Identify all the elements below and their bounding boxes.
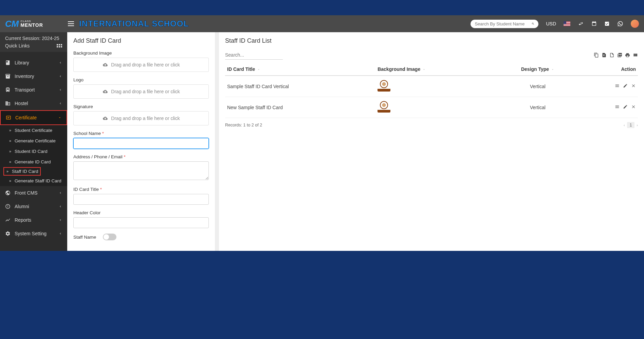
sidebar-item-transport[interactable]: Transport	[0, 83, 67, 97]
list-title: Staff ID Card List	[225, 37, 638, 44]
chevron-left-icon	[59, 61, 62, 64]
double-chevron-icon	[8, 179, 12, 183]
chevron-left-icon	[59, 232, 62, 235]
inventory-icon	[5, 74, 11, 79]
double-chevron-icon	[8, 160, 12, 164]
chevron-left-icon	[59, 205, 62, 208]
sidebar-item-front-cms[interactable]: Front CMS	[0, 186, 67, 200]
sidebar-item-library[interactable]: Library	[0, 56, 67, 69]
id-title-label: ID Card Title *	[73, 187, 209, 192]
school-name-label: School Name *	[73, 131, 209, 136]
chevron-left-icon	[59, 102, 62, 105]
chevron-left-icon	[59, 75, 62, 78]
double-chevron-icon	[6, 170, 9, 173]
swap-icon[interactable]	[578, 21, 584, 26]
user-avatar[interactable]	[631, 20, 639, 28]
chart-icon	[5, 217, 11, 223]
sidebar-item-alumni[interactable]: Alumni	[0, 200, 67, 213]
print-icon[interactable]	[625, 53, 630, 58]
svg-rect-2	[68, 25, 74, 26]
pager-page[interactable]: 1	[627, 122, 635, 128]
copy-icon[interactable]	[594, 53, 599, 58]
sidebar-item-system-setting[interactable]: System Setting	[0, 227, 67, 240]
col-title[interactable]: ID Card Title	[225, 63, 375, 76]
signature-label: Signature	[73, 104, 209, 109]
sub-generate-staff-id-card[interactable]: Generate Staff ID Card	[0, 176, 67, 186]
table-row: New Sample Staff ID Card Vertical	[225, 97, 638, 118]
header-color-label: Header Color	[73, 210, 209, 215]
pdf-icon[interactable]	[617, 53, 622, 58]
edit-icon[interactable]	[623, 83, 628, 88]
header-color-input[interactable]	[73, 217, 209, 228]
sub-student-certificate[interactable]: Student Certificate	[0, 125, 67, 136]
sidebar-item-inventory[interactable]: Inventory	[0, 69, 67, 83]
building-icon	[5, 101, 11, 106]
sub-student-id-card[interactable]: Student ID Card	[0, 146, 67, 157]
sub-generate-certificate[interactable]: Generate Certificate	[0, 136, 67, 146]
cogs-icon	[5, 231, 11, 236]
id-card-table: ID Card Title Background Image Design Ty…	[225, 63, 638, 118]
cell-design: Vertical	[495, 97, 581, 118]
chevron-down-icon	[58, 116, 61, 119]
logo-icon: CM	[5, 19, 19, 29]
menu-icon[interactable]	[615, 83, 620, 88]
cell-title: New Sample Staff ID Card	[225, 97, 375, 118]
col-design[interactable]: Design Type	[495, 63, 581, 76]
sidebar-item-reports[interactable]: Reports	[0, 213, 67, 227]
bottom-navy-bar	[0, 251, 644, 339]
col-action: Action	[581, 63, 638, 76]
double-chevron-icon	[8, 150, 12, 153]
school-name-input[interactable]	[73, 138, 209, 149]
header-bar: CM CLASS MENTOR INTERNATIONAL SCHOOL USD	[0, 15, 644, 32]
cloud-upload-icon	[102, 62, 108, 67]
bus-icon	[5, 87, 11, 93]
currency-selector[interactable]: USD	[546, 21, 556, 26]
signature-dropzone[interactable]: Drag and drop a file here or click	[73, 111, 209, 125]
delete-icon[interactable]	[631, 104, 636, 109]
sidebar-item-certificate[interactable]: Certificate	[0, 110, 67, 125]
session-text: Current Session: 2024-25	[5, 36, 62, 41]
logo-label: Logo	[73, 77, 209, 82]
cell-title: Sample Staff ID Card Vertical	[225, 76, 375, 97]
chevron-left-icon	[59, 88, 62, 92]
staff-name-label: Staff Name	[73, 235, 96, 240]
cell-bg	[375, 97, 495, 118]
logo-dropzone[interactable]: Drag and drop a file here or click	[73, 84, 209, 99]
address-input[interactable]	[73, 161, 209, 180]
school-title: INTERNATIONAL SCHOOL	[79, 19, 189, 28]
search-input[interactable]	[475, 21, 532, 26]
records-text: Records: 1 to 2 of 2	[225, 123, 262, 127]
cloud-upload-icon	[102, 116, 108, 121]
id-title-input[interactable]	[73, 194, 209, 205]
cell-bg	[375, 76, 495, 97]
chevron-left-icon	[59, 191, 62, 195]
excel-icon[interactable]	[602, 53, 607, 58]
sub-generate-id-card[interactable]: Generate ID Card	[0, 157, 67, 167]
calendar-icon[interactable]	[591, 21, 597, 26]
checkbox-icon[interactable]	[604, 21, 610, 26]
sub-staff-id-card[interactable]: Staff ID Card	[3, 167, 41, 176]
table-row: Sample Staff ID Card Vertical Vertical	[225, 76, 638, 97]
globe-icon	[5, 204, 11, 209]
hamburger-icon[interactable]	[68, 21, 74, 26]
bg-image-dropzone[interactable]: Drag and drop a file here or click	[73, 58, 209, 72]
flag-icon[interactable]	[564, 21, 570, 26]
svg-rect-1	[68, 23, 74, 24]
cms-icon	[5, 190, 11, 196]
whatsapp-icon[interactable]	[617, 21, 623, 27]
csv-icon[interactable]	[609, 53, 614, 58]
search-icon[interactable]	[532, 21, 534, 26]
col-bg[interactable]: Background Image	[375, 63, 495, 76]
book-icon	[5, 60, 11, 65]
sidebar-item-hostel[interactable]: Hostel	[0, 97, 67, 110]
quick-links[interactable]: Quick Links	[5, 43, 62, 48]
delete-icon[interactable]	[631, 83, 636, 88]
edit-icon[interactable]	[623, 104, 628, 109]
staff-name-toggle[interactable]	[103, 234, 116, 240]
student-search-box[interactable]	[471, 20, 538, 28]
columns-icon[interactable]	[633, 53, 638, 58]
pager-next[interactable]: ›	[637, 123, 638, 127]
menu-icon[interactable]	[615, 104, 620, 109]
list-search-input[interactable]	[225, 51, 283, 60]
pager-prev[interactable]: ‹	[624, 123, 625, 127]
